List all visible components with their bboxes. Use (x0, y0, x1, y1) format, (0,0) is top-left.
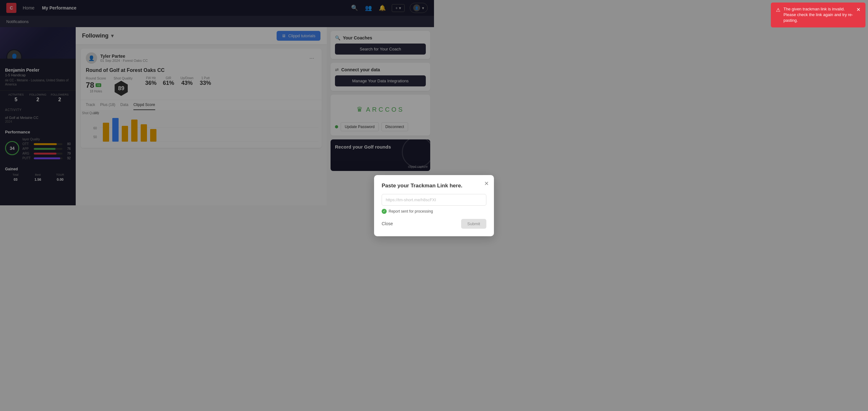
modal-title: Paste your Trackman Link here. (382, 183, 434, 189)
trackman-modal: Paste your Trackman Link here. ✕ ✓ Repor… (374, 175, 434, 205)
trackman-link-input[interactable] (382, 194, 434, 205)
modal-overlay[interactable]: Paste your Trackman Link here. ✕ ✓ Repor… (0, 0, 434, 205)
